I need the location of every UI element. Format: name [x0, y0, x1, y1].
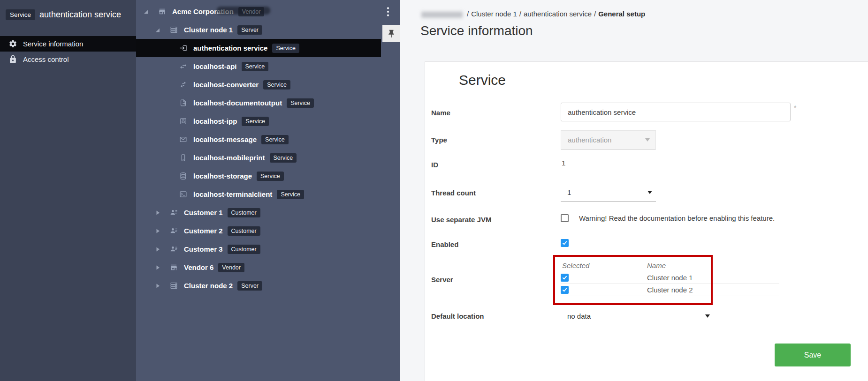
server-table-row: Cluster node 1 [561, 272, 779, 284]
expand-arrow-icon[interactable] [155, 27, 162, 33]
expand-arrow-icon[interactable] [155, 283, 162, 289]
printer-icon [179, 117, 187, 125]
database-icon [179, 172, 187, 180]
id-label: ID [431, 161, 438, 169]
breadcrumb-item[interactable]: Cluster node 1 [471, 10, 517, 18]
tree-item-label: Vendor 6 [184, 263, 213, 271]
breadcrumb-separator: / [467, 10, 469, 18]
tree-item-type-badge: Server [237, 281, 262, 291]
tree-item-type-badge: Vendor [218, 263, 244, 272]
tree-item-type-badge: Service [242, 117, 269, 126]
expand-arrow-icon[interactable] [155, 228, 162, 234]
tree-item[interactable]: Acme Corporation Vendor [136, 2, 400, 21]
tree-item-label: localhost-terminalclient [193, 190, 272, 198]
sidebar-header: Service authentication service [0, 0, 136, 29]
tree-item[interactable]: localhost-api Service [136, 57, 400, 75]
server-table-row: Cluster node 2 [561, 284, 779, 296]
id-value: 1 [562, 159, 565, 167]
sidebar-item-service-information[interactable]: Service information [0, 36, 136, 52]
server-table-body: Cluster node 1 Cluster node 2 [561, 272, 779, 296]
tree-item-label: localhost-documentoutput [193, 99, 282, 107]
server-table-header: Selected Name [561, 259, 779, 272]
tree-item-type-badge: Vendor [238, 7, 265, 16]
tree-item[interactable]: Cluster node 1 Server [136, 21, 400, 39]
breadcrumb: /Cluster node 1/authentication service/G… [421, 10, 645, 18]
server-name-cell: Cluster node 1 [647, 274, 693, 282]
selected-column-header: Selected [561, 261, 647, 269]
main-content: /Cluster node 1/authentication service/G… [400, 0, 868, 381]
convert-arrows-icon [179, 81, 187, 89]
tree-item[interactable]: Vendor 6 Vendor [136, 258, 400, 276]
tree-item[interactable]: Customer 1 Customer [136, 203, 400, 222]
tree-item[interactable]: localhost-terminalclient Service [136, 185, 400, 203]
tree-item-label: localhost-message [193, 135, 257, 143]
tree-item-label: Customer 2 [184, 227, 223, 235]
server-table: Selected Name Cluster node 1 Cluster nod… [561, 259, 779, 296]
tree-item[interactable]: localhost-ipp Service [136, 112, 400, 130]
name-input[interactable] [561, 103, 791, 121]
tree-item-type-badge: Service [261, 135, 289, 144]
smartphone-icon [179, 154, 187, 162]
thread-count-select[interactable]: 1 [561, 184, 656, 202]
tree-item-type-badge: Customer [228, 226, 260, 236]
tree-item[interactable]: Customer 2 Customer [136, 222, 400, 240]
server-icon [170, 26, 178, 34]
use-separate-jvm-checkbox[interactable] [561, 214, 569, 222]
sidebar-item-access-control[interactable]: Access control [0, 52, 136, 67]
storefront-icon [170, 263, 178, 271]
tree-item-label: Customer 3 [184, 245, 223, 253]
expand-arrow-icon[interactable] [155, 210, 162, 216]
hierarchy-tree-panel: Acme Corporation Vendor Cluster node 1 S… [136, 0, 400, 381]
breadcrumb-item[interactable]: authentication service [524, 10, 592, 18]
server-name-cell: Cluster node 2 [647, 286, 693, 294]
sidebar-nav: Service information Access control [0, 36, 136, 67]
enabled-checkbox[interactable] [561, 239, 569, 247]
expand-arrow-icon[interactable] [155, 265, 162, 270]
expand-arrow-icon[interactable] [143, 9, 151, 15]
tree-item-label: localhost-api [193, 62, 237, 70]
tree-item-type-badge: Service [263, 80, 290, 90]
tree-item[interactable]: localhost-documentoutput Service [136, 94, 400, 112]
enabled-row [561, 239, 569, 247]
tree-item[interactable]: authentication service Service [136, 39, 381, 57]
tree-item-label: Acme Corporation [172, 7, 234, 15]
server-icon [170, 282, 178, 290]
server-selected-checkbox[interactable] [561, 274, 569, 282]
type-select: authentication [561, 130, 656, 149]
chevron-down-icon [705, 314, 710, 318]
tree-item-label: Cluster node 1 [184, 26, 233, 34]
tree-item[interactable]: Cluster node 2 Server [136, 276, 400, 295]
enabled-label: Enabled [431, 240, 458, 248]
tree-item[interactable]: localhost-storage Service [136, 167, 400, 185]
chevron-down-icon [647, 191, 652, 194]
customer-icon [170, 245, 178, 253]
tree-item[interactable]: Customer 3 Customer [136, 240, 400, 258]
expand-arrow-icon[interactable] [155, 247, 162, 252]
save-button[interactable]: Save [775, 344, 851, 366]
required-marker: * [794, 104, 796, 112]
tree-item[interactable]: localhost-message Service [136, 130, 400, 149]
name-column-header: Name [647, 261, 666, 269]
thread-count-label: Thread count [431, 189, 476, 197]
default-location-select[interactable]: no data [561, 307, 714, 325]
card-heading: Service [459, 72, 506, 88]
tree-item-label: Customer 1 [184, 209, 223, 217]
use-separate-jvm-label: Use separate JVM [431, 216, 491, 224]
customer-icon [170, 209, 178, 217]
page-title: Service information [420, 23, 533, 38]
login-arrow-icon [179, 44, 187, 52]
gear-icon [8, 39, 17, 48]
tree-item-type-badge: Service [257, 172, 284, 181]
service-form-card: Service Name * Type authentication ID 1 … [425, 61, 868, 381]
tree-item[interactable]: localhost-converter Service [136, 75, 400, 94]
lock-icon [8, 55, 17, 64]
server-selected-checkbox[interactable] [561, 286, 569, 294]
sidebar-title: authentication service [39, 10, 121, 20]
breadcrumb-item: General setup [598, 10, 645, 18]
terminal-icon [179, 190, 187, 198]
tree-item-type-badge: Customer [228, 208, 260, 217]
tree-item-type-badge: Service [270, 153, 297, 163]
swap-arrows-icon [179, 62, 187, 70]
chevron-down-icon [645, 138, 650, 142]
tree-item[interactable]: localhost-mobileprint Service [136, 149, 400, 167]
